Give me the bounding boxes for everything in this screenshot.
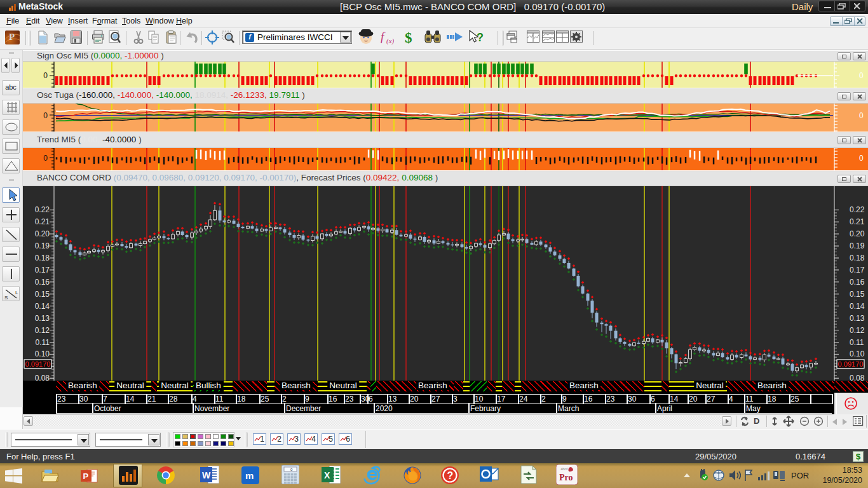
svg-text:0.13: 0.13 xyxy=(35,314,50,323)
svg-text:0.19: 0.19 xyxy=(35,241,50,250)
svg-text:m: m xyxy=(245,470,254,481)
svg-text:W: W xyxy=(202,470,211,480)
svg-text:0.22: 0.22 xyxy=(35,205,50,214)
svg-text:0.13: 0.13 xyxy=(850,314,865,323)
svg-text:0.14: 0.14 xyxy=(850,302,865,311)
svg-text:0.20: 0.20 xyxy=(35,229,50,238)
svg-text:0.19: 0.19 xyxy=(850,241,865,250)
svg-text:$: $ xyxy=(405,30,412,46)
svg-text:X: X xyxy=(324,470,330,480)
svg-text:S: S xyxy=(4,295,8,301)
svg-text:0.18: 0.18 xyxy=(850,254,865,262)
svg-text:0.18: 0.18 xyxy=(35,254,50,262)
svg-text:0.22: 0.22 xyxy=(850,205,865,214)
svg-text:0.17: 0.17 xyxy=(850,266,865,274)
svg-text:0.11: 0.11 xyxy=(36,338,50,347)
svg-text:P: P xyxy=(83,471,89,481)
svg-text:0.15: 0.15 xyxy=(35,290,50,299)
svg-text:0.09170: 0.09170 xyxy=(838,360,864,368)
svg-text:?: ? xyxy=(477,31,484,44)
svg-text:0: 0 xyxy=(43,71,48,80)
svg-text:(x): (x) xyxy=(386,37,395,45)
svg-text:f: f xyxy=(381,30,386,43)
svg-text:0.16: 0.16 xyxy=(35,278,50,287)
svg-text:0: 0 xyxy=(43,111,48,120)
svg-text:0.14: 0.14 xyxy=(35,302,50,311)
svg-text:0.09170: 0.09170 xyxy=(25,360,51,368)
svg-text:0.10: 0.10 xyxy=(850,349,865,358)
svg-text:.abcd: .abcd xyxy=(560,467,567,471)
svg-text:0.16: 0.16 xyxy=(850,278,865,287)
svg-text:0.20: 0.20 xyxy=(850,229,865,238)
svg-text:0.12: 0.12 xyxy=(35,326,50,335)
svg-text:Pro: Pro xyxy=(559,473,573,482)
svg-text:0: 0 xyxy=(859,154,864,163)
svg-text:0: 0 xyxy=(43,154,48,163)
svg-text:0.21: 0.21 xyxy=(850,217,865,226)
svg-text:0: 0 xyxy=(859,111,864,120)
svg-text:?: ? xyxy=(447,470,454,481)
svg-text:0.12: 0.12 xyxy=(850,326,865,335)
svg-text:0.15: 0.15 xyxy=(850,290,865,299)
svg-text:0.17: 0.17 xyxy=(35,266,50,274)
svg-text:L: L xyxy=(15,290,18,295)
svg-text:0.21: 0.21 xyxy=(35,217,50,226)
svg-text:0.10: 0.10 xyxy=(35,349,50,358)
svg-text:0: 0 xyxy=(859,71,864,80)
svg-text:0.11: 0.11 xyxy=(850,338,864,347)
